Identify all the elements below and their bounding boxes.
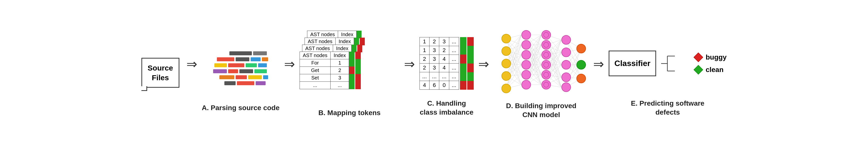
svg-point-153 [542,80,551,89]
stage-c-label: C. Handling class imbalance [420,99,473,117]
arrow-3: ⇒ [404,58,415,71]
svg-rect-2 [217,57,235,61]
svg-point-149 [542,60,551,69]
svg-rect-0 [229,51,252,55]
source-files-box: SourceFiles [142,58,179,88]
svg-point-147 [542,50,551,59]
svg-rect-169 [694,65,703,74]
clean-label: clean [706,66,723,74]
stage-b-label: B. Mapping tokens [318,108,380,117]
svg-point-134 [502,59,511,68]
svg-rect-20 [256,81,266,85]
svg-point-139 [522,50,531,59]
svg-rect-14 [219,75,235,79]
svg-point-157 [562,60,571,69]
legend-clean: clean [693,65,726,74]
svg-point-151 [542,70,551,79]
ast-table-2: AST nodesIndex [302,45,352,52]
svg-rect-18 [224,81,236,85]
svg-rect-5 [262,57,268,61]
legend-buggy: buggy [693,52,726,62]
svg-point-160 [577,44,586,53]
svg-rect-11 [228,69,238,73]
stage-mapping: AST nodesIndex AST nodesIndex AST nodesI… [300,31,400,117]
stage-a-label2: A. Parsing source code [202,103,280,112]
matrix-table: 123... 132... 234... 234... ............… [420,37,459,90]
svg-rect-3 [236,57,249,61]
legend-container: buggy clean [693,52,726,74]
svg-rect-17 [263,75,268,79]
svg-point-137 [522,30,531,39]
svg-rect-13 [254,69,267,73]
clean-diamond-svg [693,65,703,74]
ast-table-3: AST nodesIndex [305,38,354,45]
pipeline: SourceFiles ​ ⇒ [0,0,868,148]
svg-point-156 [562,48,571,57]
stage-d-label: D. Building improved CNN model [506,101,577,120]
svg-point-142 [522,80,531,89]
svg-point-141 [522,70,531,79]
buggy-diamond-svg [693,52,703,62]
svg-rect-1 [253,51,267,55]
arrow-2: ⇒ [284,58,295,71]
arrow-5: ⇒ [593,58,604,71]
svg-point-135 [502,72,511,80]
svg-rect-7 [228,63,244,67]
svg-point-145 [542,40,551,49]
stage-source-files: SourceFiles ​ [142,40,179,108]
svg-point-158 [562,73,571,82]
svg-point-159 [562,83,571,92]
stage-cnn: D. Building improved CNN model [494,29,589,120]
svg-rect-4 [251,57,260,61]
svg-rect-10 [213,69,227,73]
svg-point-155 [562,35,571,44]
classifier-box: Classifier [609,50,656,76]
stage-imbalance: 123... 132... 234... 234... ............… [420,31,474,117]
branch-lines-svg [661,50,681,77]
buggy-label: buggy [706,53,726,61]
svg-point-143 [542,30,551,39]
ast-table-4: AST nodesIndex [307,31,357,38]
svg-point-161 [577,60,586,69]
svg-rect-12 [239,69,253,73]
svg-rect-9 [258,63,267,67]
svg-point-136 [502,84,511,93]
svg-rect-15 [236,75,247,79]
stage-predict: Classifier bu [609,31,726,117]
token-cloud-svg [212,49,269,87]
svg-point-133 [502,47,511,56]
svg-point-132 [502,34,511,43]
stage-e-label: E. Predicting software defects [631,99,704,117]
svg-point-140 [522,60,531,69]
svg-point-138 [522,40,531,49]
svg-rect-168 [694,52,703,62]
svg-rect-16 [248,75,262,79]
svg-point-162 [577,74,586,83]
svg-line-25 [506,39,521,75]
svg-rect-19 [237,81,254,85]
svg-rect-6 [214,63,227,67]
classifier-section: Classifier bu [609,50,726,76]
svg-rect-8 [246,63,257,67]
cnn-network-svg [494,29,589,99]
arrow-4: ⇒ [478,58,489,71]
stage-tokens: A. Parsing source code [202,36,280,112]
ast-table-main: AST nodesIndex For1 Get2 Set3 ...... [300,51,349,89]
arrow-1: ⇒ [186,58,197,71]
